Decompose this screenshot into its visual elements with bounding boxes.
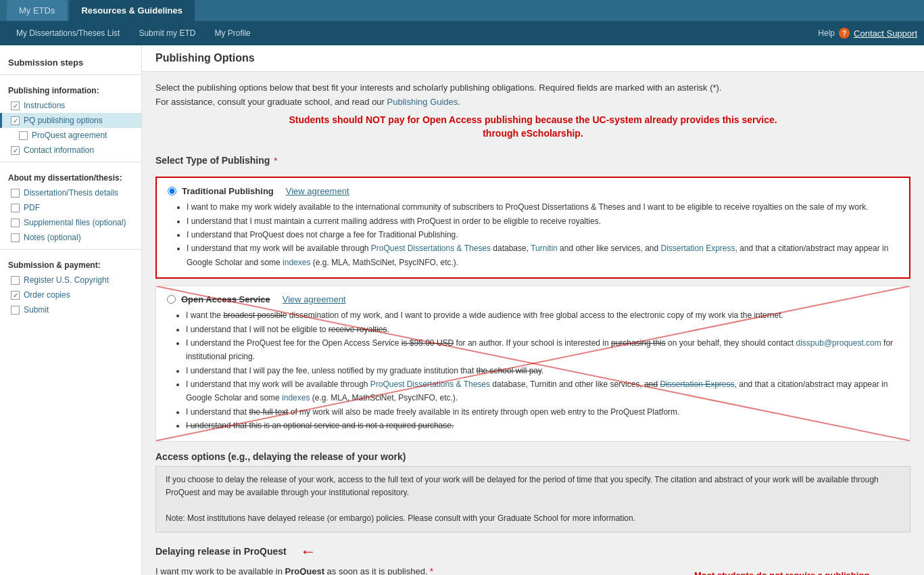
instructions-checkbox bbox=[11, 101, 20, 110]
sidebar-item-pdf[interactable]: PDF bbox=[0, 200, 141, 215]
order-copies-checkbox bbox=[11, 291, 20, 300]
open-access-radio[interactable] bbox=[167, 295, 176, 304]
sidebar-item-copyright[interactable]: Register U.S. Copyright bbox=[0, 273, 141, 288]
pdf-checkbox bbox=[11, 204, 20, 212]
traditional-bullets: I want to make my work widely available … bbox=[168, 200, 898, 269]
supplemental-checkbox bbox=[11, 218, 20, 227]
sidebar-item-notes[interactable]: Notes (optional) bbox=[0, 230, 141, 245]
sidebar-item-proquest-agreement[interactable]: ProQuest agreement bbox=[0, 128, 141, 143]
sidebar-item-pq-publishing[interactable]: PQ publishing options bbox=[0, 113, 141, 128]
submit-etd-nav[interactable]: Submit my ETD bbox=[129, 21, 205, 45]
required-marker: * bbox=[274, 156, 277, 166]
sidebar-item-contact-info[interactable]: Contact information bbox=[0, 143, 141, 158]
payment-section-title: Submission & payment: bbox=[0, 254, 141, 273]
proquest-agreement-link[interactable]: ProQuest agreement bbox=[32, 131, 107, 140]
supplemental-link[interactable]: Supplemental files (optional) bbox=[24, 218, 126, 227]
notes-checkbox bbox=[11, 233, 20, 242]
my-etds-tab[interactable]: My ETDs bbox=[7, 0, 67, 21]
select-type-label: Select Type of Publishing bbox=[155, 155, 270, 166]
sidebar-item-submit[interactable]: Submit bbox=[0, 302, 141, 317]
pq-publishing-checkbox bbox=[11, 116, 20, 125]
open-access-box: Open Access Service View agreement I wan… bbox=[155, 285, 910, 442]
main-content: Publishing Options Select the publishing… bbox=[142, 45, 924, 575]
instructions-link[interactable]: Instructions bbox=[24, 101, 65, 110]
access-options-text1: If you choose to delay the release of yo… bbox=[166, 474, 900, 499]
embargo-annotation: Most students do not require a publishin… bbox=[694, 569, 910, 575]
oa-bullet-5: I understand that my work will be availa… bbox=[186, 377, 899, 405]
traditional-publishing-box: Traditional Publishing View agreement I … bbox=[155, 177, 910, 279]
sidebar-item-dissertation-details[interactable]: Dissertation/Thesis details bbox=[0, 185, 141, 200]
sidebar-title: Submission steps bbox=[0, 52, 141, 70]
traditional-bullet-3: I understand that ProQuest does not char… bbox=[187, 228, 898, 242]
open-access-bullets: I want the broadest possible disseminati… bbox=[167, 308, 899, 433]
delay-title: Delaying release in ProQuest ← bbox=[155, 542, 681, 561]
open-access-label: Open Access Service bbox=[181, 294, 270, 304]
traditional-view-agreement[interactable]: View agreement bbox=[286, 186, 349, 196]
delay-arrow-icon: ← bbox=[300, 542, 316, 561]
main-header: Publishing Options bbox=[142, 45, 924, 72]
copyright-link[interactable]: Register U.S. Copyright bbox=[24, 275, 109, 285]
dissertation-details-link[interactable]: Dissertation/Thesis details bbox=[24, 188, 118, 198]
access-options-box: If you choose to delay the release of yo… bbox=[155, 466, 910, 533]
traditional-bullet-4: I understand that my work will be availa… bbox=[187, 242, 898, 269]
my-profile-nav[interactable]: My Profile bbox=[205, 21, 260, 45]
traditional-label: Traditional Publishing bbox=[182, 186, 274, 196]
oa-bullet-7: I understand that this is an optional se… bbox=[186, 419, 899, 432]
contact-info-checkbox bbox=[11, 146, 20, 155]
delay-section: Delaying release in ProQuest ← I want my… bbox=[155, 542, 910, 575]
pq-publishing-link[interactable]: PQ publishing options bbox=[24, 116, 103, 125]
resources-tab[interactable]: Resources & Guidelines bbox=[69, 0, 195, 21]
dissertation-section-title: About my dissertation/thesis: bbox=[0, 166, 141, 185]
traditional-bullet-2: I understand that I must maintain a curr… bbox=[187, 214, 898, 228]
access-options-title: Access options (e.g., delaying the relea… bbox=[155, 451, 910, 462]
dissertations-nav[interactable]: My Dissertations/Theses List bbox=[7, 21, 129, 45]
delay-description: I want my work to be available in ProQue… bbox=[155, 566, 681, 575]
publishing-section-title: Publishing information: bbox=[0, 79, 141, 98]
traditional-radio[interactable] bbox=[168, 187, 176, 196]
sidebar-item-supplemental[interactable]: Supplemental files (optional) bbox=[0, 215, 141, 230]
warning-banner: Students should NOT pay for Open Access … bbox=[155, 114, 910, 140]
help-text: Help bbox=[818, 28, 835, 38]
proquest-agreement-checkbox bbox=[19, 131, 28, 140]
publishing-guides-link[interactable]: Publishing Guides bbox=[387, 97, 458, 107]
help-icon: ? bbox=[839, 28, 850, 39]
submit-checkbox bbox=[11, 306, 20, 315]
order-copies-link[interactable]: Order copies bbox=[24, 290, 70, 300]
submit-link[interactable]: Submit bbox=[24, 305, 49, 315]
page-title: Publishing Options bbox=[155, 52, 910, 64]
access-options-text2: Note: Most institutions have delayed rel… bbox=[166, 512, 900, 525]
contact-info-link[interactable]: Contact information bbox=[24, 145, 94, 155]
sidebar: Submission steps Publishing information:… bbox=[0, 45, 142, 575]
traditional-bullet-1: I want to make my work widely available … bbox=[187, 200, 898, 214]
intro-text-1: Select the publishing options below that… bbox=[155, 83, 910, 93]
sidebar-item-instructions[interactable]: Instructions bbox=[0, 98, 141, 113]
intro-text-2: For assistance, consult your graduate sc… bbox=[155, 97, 910, 107]
notes-link[interactable]: Notes (optional) bbox=[24, 233, 81, 242]
oa-bullet-3: I understand the ProQuest fee for the Op… bbox=[186, 336, 899, 364]
oa-bullet-2: I understand that I will not be eligible… bbox=[186, 323, 899, 336]
oa-bullet-6: I understand that the full text of my wo… bbox=[186, 405, 899, 419]
contact-support-link[interactable]: Contact Support bbox=[854, 28, 917, 39]
open-access-view-agreement[interactable]: View agreement bbox=[283, 294, 346, 304]
sidebar-item-order-copies[interactable]: Order copies bbox=[0, 288, 141, 302]
dissertation-details-checkbox bbox=[11, 189, 20, 198]
copyright-checkbox bbox=[11, 276, 20, 285]
pdf-link[interactable]: PDF bbox=[24, 203, 40, 212]
oa-bullet-4: I understand that I will pay the fee, un… bbox=[186, 364, 899, 377]
oa-bullet-1: I want the broadest possible disseminati… bbox=[186, 308, 899, 322]
